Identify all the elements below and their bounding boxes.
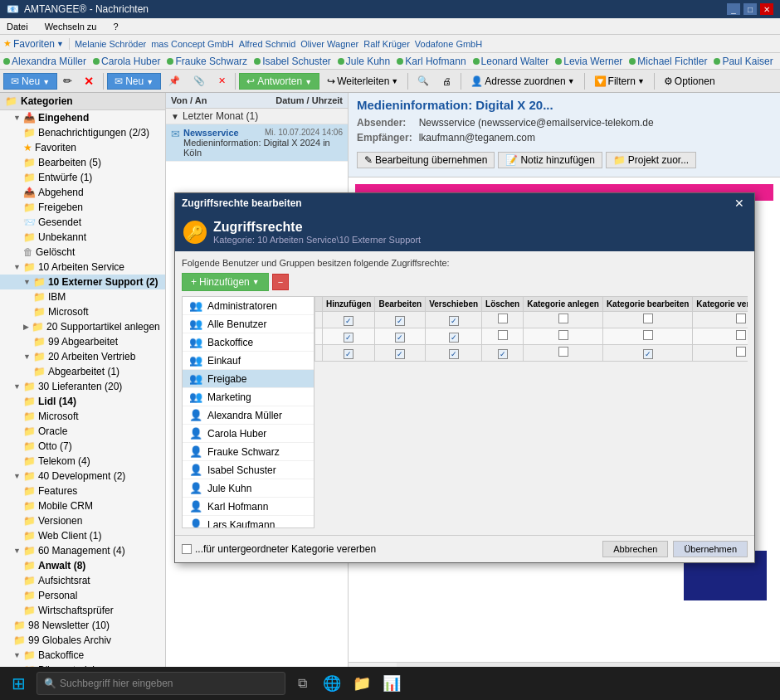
taskbar-search[interactable]: 🔍 Suchbegriff hier eingeben <box>37 672 285 695</box>
fav2-karl[interactable]: Karl Hofmann <box>397 56 466 67</box>
task-view-button[interactable]: ⧉ <box>289 670 315 697</box>
checkbox-back-del[interactable]: ✓ <box>498 349 508 359</box>
forward-btn[interactable]: ↪ Weiterleiten ▼ <box>321 73 404 90</box>
fav2-alexandra[interactable]: Alexandra Müller <box>3 56 86 67</box>
list-item-alexandra[interactable]: 👤 Alexandra Müller <box>183 406 314 425</box>
sidebar-item-mobilecrm[interactable]: 📁 Mobile CRM <box>0 498 165 513</box>
checkbox-alle-cat-move[interactable] <box>736 330 746 340</box>
list-item-alle[interactable]: 👥 Alle Benutzer <box>183 315 314 333</box>
sidebar-item-99-archiv[interactable]: 📁 99 Globales Archiv <box>0 633 165 648</box>
sidebar-item-favoriten[interactable]: ★ Favoriten <box>0 140 165 155</box>
fav-melanie[interactable]: Melanie Schröder <box>75 39 146 49</box>
checkbox-back-move[interactable]: ✓ <box>449 349 459 359</box>
remove-button[interactable]: − <box>272 274 289 290</box>
sidebar-item-gesendet[interactable]: 📨 Gesendet <box>0 215 165 230</box>
checkbox-admin-cat-add[interactable] <box>558 314 568 323</box>
delete-btn[interactable]: ✕ <box>78 72 100 90</box>
checkbox-admin-cat-edit[interactable] <box>643 314 653 323</box>
fav-ralf[interactable]: Ralf Krüger <box>363 39 410 49</box>
sidebar-item-40-dev[interactable]: ▼ 📁 40 Development (2) <box>0 469 165 484</box>
checkbox-admin-edit[interactable]: ✓ <box>395 316 405 326</box>
ok-button[interactable]: Übernehmen <box>673 541 748 557</box>
sidebar-item-entwuerfe[interactable]: 📁 Entwürfe (1) <box>0 170 165 185</box>
fav2-jule[interactable]: Jule Kuhn <box>338 56 390 67</box>
sidebar-item-features[interactable]: 📁 Features <box>0 484 165 498</box>
sidebar-item-geloescht[interactable]: 🗑 Gelöscht <box>0 245 165 260</box>
sidebar-item-lidl[interactable]: 📁 Lidl (14) <box>0 394 165 409</box>
menu-help[interactable]: ? <box>110 20 121 33</box>
checkbox-alle-del[interactable] <box>498 330 508 340</box>
checkbox-alle-cat-add[interactable] <box>558 330 568 340</box>
checkbox-admin-move[interactable]: ✓ <box>449 316 459 326</box>
fav2-michael[interactable]: Michael Fichtler <box>629 56 707 67</box>
sidebar-item-oracle[interactable]: 📁 Oracle <box>0 424 165 439</box>
sidebar-item-abgearbeitet-1[interactable]: 📁 Abgearbeitet (1) <box>0 364 165 379</box>
sidebar-item-60-mgmt[interactable]: ▼ 📁 60 Management (4) <box>0 543 165 558</box>
del2-btn[interactable]: ✕ <box>212 73 232 89</box>
list-item-jule[interactable]: 👤 Jule Kuhn <box>183 479 314 498</box>
sidebar-item-30-lieferanten[interactable]: ▼ 📁 30 Lieferanten (20) <box>0 379 165 394</box>
sidebar-item-backoffice[interactable]: ▼ 📁 Backoffice <box>0 648 165 663</box>
action-projekt[interactable]: 📁 Projekt zuor... <box>606 152 696 168</box>
msg-item-0[interactable]: ✉ Newsservice Mi. 10.07.2024 14:06 Medie… <box>166 124 348 162</box>
search-btn[interactable]: 🔍 <box>412 73 435 89</box>
sidebar-item-versionen[interactable]: 📁 Versionen <box>0 513 165 528</box>
close-button[interactable]: ✕ <box>760 3 773 15</box>
fav2-paul[interactable]: Paul Kaiser <box>714 56 773 67</box>
sidebar-item-personal[interactable]: 📁 Personal <box>0 588 165 603</box>
sidebar-item-98-newsletter[interactable]: 📁 98 Newsletter (10) <box>0 618 165 633</box>
list-item-backoffice[interactable]: 👥 Backoffice <box>183 333 314 352</box>
checkbox-back-cat-move[interactable] <box>736 347 746 357</box>
edit-btn[interactable]: ✏ <box>59 74 76 88</box>
fav-favorites[interactable]: ★ Favoriten ▼ <box>3 38 64 50</box>
edge-button[interactable]: 🌐 <box>319 670 345 697</box>
maximize-button[interactable]: □ <box>743 3 757 15</box>
start-button[interactable]: ⊞ <box>3 668 33 698</box>
new-msg-btn[interactable]: ✉ Neu ▼ <box>107 73 161 90</box>
sidebar-item-99-abgearbeitet[interactable]: 📁 99 Abgearbeitet <box>0 334 165 349</box>
reply-btn[interactable]: ↩ Antworten ▼ <box>239 73 319 90</box>
checkbox-alle-add[interactable]: ✓ <box>344 333 353 343</box>
sidebar-item-benachrichtigungen[interactable]: 📁 Benachrichtigungen (2/3) <box>0 125 165 140</box>
sidebar-item-ibm[interactable]: 📁 IBM <box>0 289 165 304</box>
list-item-marketing[interactable]: 👥 Marketing <box>183 388 314 406</box>
minimize-button[interactable]: _ <box>727 3 740 15</box>
explorer-button[interactable]: 📁 <box>349 670 375 697</box>
inherit-checkbox[interactable]: ...für untergeordneter Kategorie vererbe… <box>182 543 376 555</box>
sidebar-item-20-support[interactable]: ▶ 📁 20 Supportartikel anlegen <box>0 319 165 334</box>
sidebar-item-otto[interactable]: 📁 Otto (7) <box>0 439 165 454</box>
sidebar-item-telekom[interactable]: 📁 Telekom (4) <box>0 454 165 469</box>
sidebar-item-microsoft2[interactable]: 📁 Microsoft <box>0 409 165 424</box>
checkbox-back-cat-edit[interactable]: ✓ <box>643 349 653 359</box>
cancel-button[interactable]: Abbrechen <box>602 541 668 557</box>
fav2-levia[interactable]: Levia Werner <box>555 56 622 67</box>
sidebar-item-eingehend[interactable]: ▼ 📥 Eingehend <box>0 110 165 125</box>
checkbox-back-cat-add[interactable] <box>558 347 568 357</box>
fav2-isabel[interactable]: Isabel Schuster <box>254 56 331 67</box>
sidebar-item-wirtschaftspruefer[interactable]: 📁 Wirtschaftsprüfer <box>0 603 165 618</box>
action-notiz[interactable]: 📝 Notiz hinzufügen <box>498 152 602 168</box>
list-item-isabel[interactable]: 👤 Isabel Schuster <box>183 461 314 479</box>
address-btn[interactable]: 👤 Adresse zuordnen ▼ <box>465 73 580 90</box>
action-bearbeitung[interactable]: ✎ Bearbeitung übernehmen <box>357 152 495 168</box>
checkbox-alle-edit[interactable]: ✓ <box>395 333 405 343</box>
sidebar-item-freigeben[interactable]: 📁 Freigeben <box>0 200 165 215</box>
sidebar-item-unbekannt[interactable]: 📁 Unbekannt <box>0 230 165 245</box>
list-item-freigabe[interactable]: 👥 Freigabe <box>183 370 314 388</box>
checkbox-admin-del[interactable] <box>498 314 508 323</box>
checkbox-alle-move[interactable]: ✓ <box>449 333 459 343</box>
sidebar-item-10-arbeiten[interactable]: ▼ 📁 10 Arbeiten Service <box>0 260 165 275</box>
attach-btn[interactable]: 📎 <box>188 73 211 89</box>
fav-alfred[interactable]: Alfred Schmid <box>239 39 295 49</box>
fav2-leonard[interactable]: Leonard Walter <box>473 56 549 67</box>
modal-close-button[interactable]: ✕ <box>731 195 748 211</box>
options-btn[interactable]: ⚙ Optionen <box>658 73 721 90</box>
sidebar-item-bearbeiten[interactable]: 📁 Bearbeiten (5) <box>0 155 165 170</box>
list-item-carola[interactable]: 👤 Carola Huber <box>183 425 314 443</box>
sidebar-item-anwalt[interactable]: 📁 Anwalt (8) <box>0 558 165 573</box>
print-btn[interactable]: 🖨 <box>436 74 457 89</box>
list-item-einkauf[interactable]: 👥 Einkauf <box>183 352 314 370</box>
sidebar-item-webclient[interactable]: 📁 Web Client (1) <box>0 528 165 543</box>
checkbox-back-edit[interactable]: ✓ <box>395 349 405 359</box>
checkbox-admin-add[interactable]: ✓ <box>344 316 353 326</box>
